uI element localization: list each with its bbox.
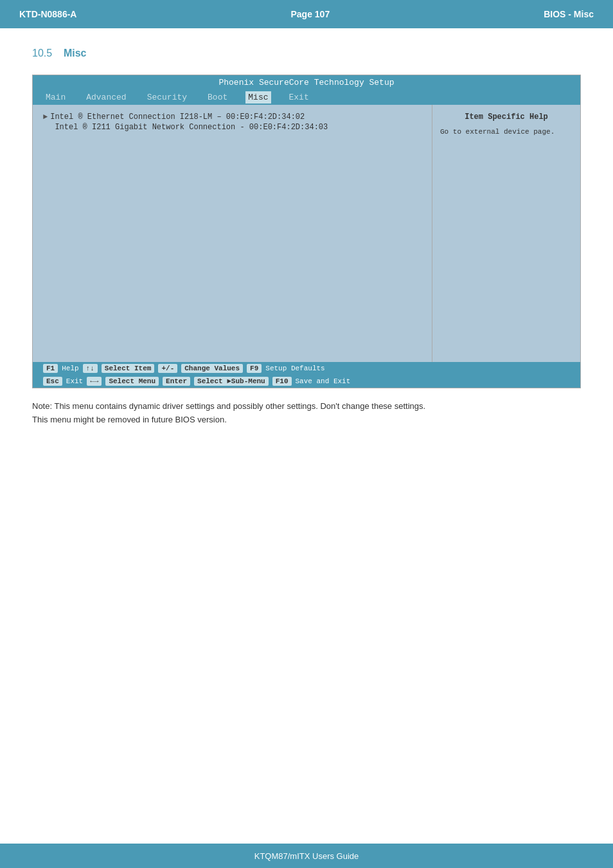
section-number: 10.5 — [32, 48, 52, 59]
header-left: KTD-N0886-A — [19, 9, 76, 19]
footer-bar: KTQM87/mITX Users Guide — [0, 844, 613, 868]
bios-panel: Phoenix SecureCore Technology Setup Main… — [32, 75, 581, 388]
key-f9: F9 — [247, 364, 262, 373]
section-name: Misc — [64, 48, 87, 59]
key-select-menu: Select Menu — [105, 377, 159, 386]
bios-footer-row2: Esc Exit ←→ Select Menu Enter Select ►Su… — [33, 375, 580, 388]
bios-menu-security[interactable]: Security — [145, 91, 190, 104]
key-select-submenu: Select ►Sub-Menu — [194, 377, 269, 386]
key-f10: F10 — [272, 377, 292, 386]
footer-group-f1: F1 Help ↑↓ Select Item +/- Change Values… — [43, 364, 325, 373]
bios-menu-exit[interactable]: Exit — [287, 91, 312, 104]
footer-bar-text: KTQM87/mITX Users Guide — [254, 851, 359, 861]
key-change-values: Change Values — [181, 364, 243, 373]
label-help: Help — [62, 365, 78, 372]
bios-footer-row1: F1 Help ↑↓ Select Item +/- Change Values… — [33, 362, 580, 375]
section-title: 10.5 Misc — [32, 48, 581, 59]
bios-menu-main[interactable]: Main — [43, 91, 68, 104]
bios-help-text: Go to external device page. — [440, 128, 573, 136]
arrow-icon-2 — [43, 123, 52, 132]
bios-menu-misc[interactable]: Misc — [245, 91, 271, 104]
bios-item-1[interactable]: ► Intel ® Ethernet Connection I218-LM – … — [43, 113, 422, 122]
header-center: Page 107 — [290, 9, 330, 19]
bios-item-1-text: Intel ® Ethernet Connection I218-LM – 00… — [50, 113, 305, 122]
bios-help-title: Item Specific Help — [440, 113, 573, 122]
key-arrows: ↑↓ — [83, 364, 98, 373]
bios-left-pane: ► Intel ® Ethernet Connection I218-LM – … — [33, 105, 432, 362]
footer-group-esc: Esc Exit ←→ Select Menu Enter Select ►Su… — [43, 377, 350, 386]
label-save-exit: Save and Exit — [296, 377, 351, 385]
key-plusminus: +/- — [158, 364, 177, 373]
key-esc: Esc — [43, 377, 62, 386]
bios-menu-boot[interactable]: Boot — [205, 91, 230, 104]
key-select-item: Select Item — [102, 364, 155, 373]
note-text: Note: This menu contains dynamic driver … — [32, 400, 581, 427]
key-enter: Enter — [163, 377, 190, 386]
bios-item-2-text: Intel ® I211 Gigabit Network Connection … — [55, 123, 328, 132]
key-f1: F1 — [43, 364, 58, 373]
header-bar: KTD-N0886-A Page 107 BIOS - Misc — [0, 0, 613, 28]
header-right: BIOS - Misc — [544, 9, 594, 19]
label-setup-defaults: Setup Defaults — [265, 365, 324, 372]
bios-title-bar: Phoenix SecureCore Technology Setup — [33, 75, 580, 90]
main-content: 10.5 Misc Phoenix SecureCore Technology … — [0, 28, 613, 446]
bios-menu-advanced[interactable]: Advanced — [84, 91, 129, 104]
bios-body: ► Intel ® Ethernet Connection I218-LM – … — [33, 105, 580, 362]
label-exit: Exit — [66, 377, 83, 385]
bios-menu-bar: Main Advanced Security Boot Misc Exit — [33, 90, 580, 105]
arrow-icon-1: ► — [43, 113, 48, 122]
key-lr-arrows: ←→ — [87, 377, 102, 386]
bios-right-pane: Item Specific Help Go to external device… — [432, 105, 580, 362]
bios-item-2[interactable]: Intel ® I211 Gigabit Network Connection … — [43, 123, 422, 132]
